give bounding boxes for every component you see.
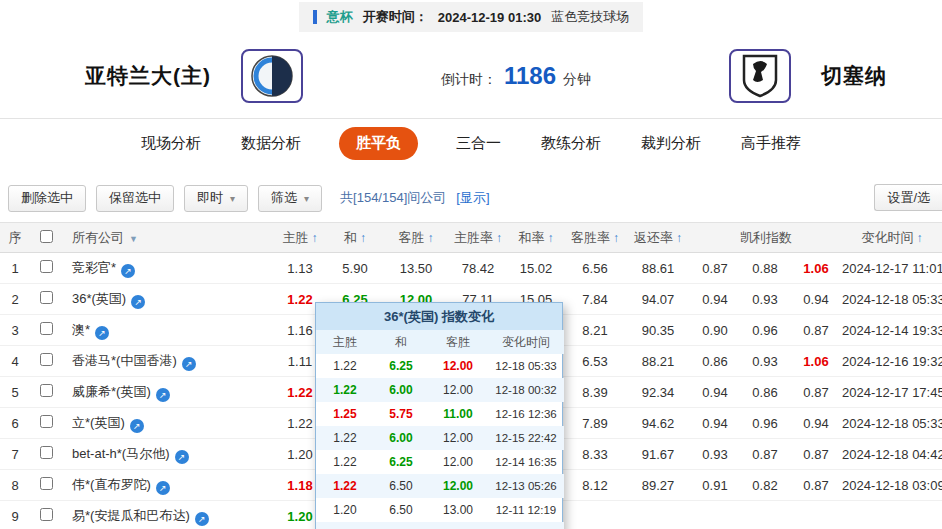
sort-up-icon[interactable]: ↑ — [312, 231, 318, 245]
return-rate-cell: 90.35 — [626, 315, 690, 346]
odds-trend-icon[interactable]: ↗ — [195, 512, 209, 526]
table-row: 1竞彩官*↗1.135.9013.5078.4215.026.5688.610.… — [0, 253, 942, 284]
company-name[interactable]: 香港马*(中国香港) — [72, 353, 177, 368]
away-odds-cell[interactable]: 13.50 — [384, 253, 448, 284]
tab-6[interactable]: 裁判分析 — [639, 127, 703, 160]
delete-selected-button[interactable]: 删除选中 — [8, 185, 86, 212]
tab-1[interactable]: 现场分析 — [139, 127, 203, 160]
row-checkbox[interactable] — [40, 260, 53, 273]
popup-away-odds-cell: 12.00 — [428, 450, 488, 474]
sort-up-icon[interactable]: ↑ — [613, 231, 619, 245]
change-time-cell: 2024-12-18 05:33 — [842, 408, 942, 439]
odds-trend-icon[interactable]: ↗ — [156, 481, 170, 495]
company-name[interactable]: 立*(英国) — [72, 415, 125, 430]
return-rate-cell: 94.07 — [626, 284, 690, 315]
col-away-odds[interactable]: 客胜↑ — [384, 223, 448, 253]
row-checkbox[interactable] — [40, 353, 53, 366]
company-name[interactable]: 威廉希*(英国) — [72, 384, 151, 399]
odds-trend-icon[interactable]: ↗ — [156, 388, 170, 402]
odds-trend-icon[interactable]: ↗ — [95, 326, 109, 340]
row-index: 3 — [0, 315, 30, 346]
tab-2[interactable]: 数据分析 — [239, 127, 303, 160]
return-rate-cell: 92.34 — [626, 377, 690, 408]
company-name[interactable]: 易*(安提瓜和巴布达) — [72, 508, 190, 523]
kelly-cell: 0.94 — [690, 408, 740, 439]
odds-trend-icon[interactable]: ↗ — [175, 450, 189, 464]
home-team-block: 亚特兰大(主) — [85, 49, 303, 103]
company-name[interactable]: 竞彩官* — [72, 260, 116, 275]
kelly-cell: 0.96 — [740, 408, 790, 439]
away-team-name: 切塞纳 — [821, 62, 887, 90]
filter-dropdown[interactable]: 筛选 ▾ — [258, 185, 322, 212]
away-team-logo — [729, 49, 791, 103]
show-link[interactable]: [显示] — [456, 189, 489, 207]
company-cell: 香港马*(中国香港)↗ — [62, 346, 274, 377]
settings-button[interactable]: 设置/选 — [874, 184, 942, 211]
sort-up-icon[interactable]: ↑ — [676, 231, 682, 245]
draw-odds-cell[interactable]: 5.90 — [326, 253, 384, 284]
time-filter-dropdown[interactable]: 即时 ▾ — [184, 185, 248, 212]
row-checkbox[interactable] — [40, 477, 53, 490]
popup-row: 1.226.0012.0012-18 00:32 — [316, 378, 564, 402]
odds-trend-icon[interactable]: ↗ — [130, 419, 144, 433]
row-checkbox[interactable] — [40, 508, 53, 521]
company-cell: 伟*(直布罗陀)↗ — [62, 470, 274, 501]
row-checkbox[interactable] — [40, 291, 53, 304]
kelly-cell: 0.86 — [690, 346, 740, 377]
sort-up-icon[interactable]: ↑ — [360, 231, 366, 245]
sort-up-icon[interactable]: ↑ — [428, 231, 434, 245]
return-rate-cell: 89.27 — [626, 470, 690, 501]
col-return-rate[interactable]: 返还率↑ — [626, 223, 690, 253]
kelly-cell: 0.94 — [790, 284, 842, 315]
col-company[interactable]: 所有公司▼ — [62, 223, 274, 253]
venue-name: 蓝色竞技球场 — [551, 8, 629, 26]
col-draw-odds[interactable]: 和↑ — [326, 223, 384, 253]
sort-up-icon[interactable]: ↑ — [917, 231, 923, 245]
col-away-rate[interactable]: 客胜率↑ — [564, 223, 626, 253]
row-checkbox-cell — [30, 470, 62, 501]
tab-5[interactable]: 教练分析 — [539, 127, 603, 160]
company-name[interactable]: 澳* — [72, 322, 90, 337]
odds-trend-icon[interactable]: ↗ — [182, 357, 196, 371]
odds-trend-icon[interactable]: ↗ — [131, 295, 145, 309]
filter-triangle-icon[interactable]: ▼ — [129, 234, 138, 244]
col-draw-rate[interactable]: 和率↑ — [508, 223, 564, 253]
popup-time-cell: 12-16 12:36 — [488, 402, 564, 426]
away-rate-cell — [564, 501, 626, 529]
change-time-cell: 2024-12-17 11:01 — [842, 253, 942, 284]
popup-draw-odds-cell: 6.50 — [374, 474, 428, 498]
col-home-odds[interactable]: 主胜↑ — [274, 223, 326, 253]
chevron-down-icon: ▾ — [304, 193, 309, 204]
popup-draw-odds-cell: 6.00 — [374, 378, 428, 402]
row-checkbox[interactable] — [40, 322, 53, 335]
popup-away-odds-cell: 11.00 — [428, 402, 488, 426]
sort-up-icon[interactable]: ↑ — [548, 231, 554, 245]
row-checkbox[interactable] — [40, 446, 53, 459]
odds-trend-icon[interactable]: ↗ — [121, 264, 135, 278]
company-name[interactable]: bet-at-h*(马尔他) — [72, 446, 170, 461]
league-badge[interactable]: 意杯 — [327, 8, 353, 26]
company-cell: bet-at-h*(马尔他)↗ — [62, 439, 274, 470]
row-checkbox[interactable] — [40, 415, 53, 428]
keep-selected-button[interactable]: 保留选中 — [96, 185, 174, 212]
away-rate-cell: 7.89 — [564, 408, 626, 439]
company-cell: 立*(英国)↗ — [62, 408, 274, 439]
company-name[interactable]: 伟*(直布罗陀) — [72, 477, 151, 492]
tab-4[interactable]: 三合一 — [454, 127, 503, 160]
home-odds-cell[interactable]: 1.13 — [274, 253, 326, 284]
sort-up-icon[interactable]: ↑ — [496, 231, 502, 245]
select-all-checkbox[interactable] — [40, 230, 53, 243]
company-cell: 澳*↗ — [62, 315, 274, 346]
col-change-time[interactable]: 变化时间↑ — [842, 223, 942, 253]
kelly-cell — [790, 501, 842, 529]
away-logo-graphic — [741, 54, 779, 98]
popup-time-cell: 12-11 12:19 — [488, 498, 564, 522]
row-index: 4 — [0, 346, 30, 377]
row-checkbox[interactable] — [40, 384, 53, 397]
tab-3[interactable]: 胜平负 — [339, 127, 418, 160]
company-cell: 36*(英国)↗ — [62, 284, 274, 315]
col-home-rate[interactable]: 主胜率↑ — [448, 223, 508, 253]
tab-7[interactable]: 高手推荐 — [739, 127, 803, 160]
popup-row: 1.226.2512.0012-18 05:33 — [316, 354, 564, 378]
company-name[interactable]: 36*(英国) — [72, 291, 126, 306]
